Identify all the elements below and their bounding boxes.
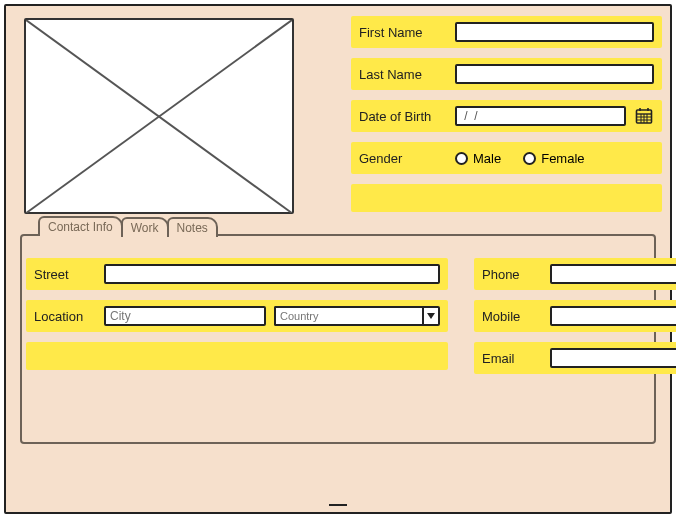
radio-icon [523, 152, 536, 165]
last-name-label: Last Name [359, 67, 447, 82]
profile-photo-placeholder[interactable] [24, 18, 294, 214]
contact-editor-window: Contact Info Work Notes Street [4, 4, 672, 514]
chevron-down-icon [427, 313, 435, 319]
location-label: Location [34, 309, 96, 324]
country-input[interactable] [274, 306, 422, 326]
last-name-input[interactable] [455, 64, 654, 84]
row-location: Location [26, 300, 448, 332]
mobile-label: Mobile [482, 309, 542, 324]
phone-label: Phone [482, 267, 542, 282]
tab-bar: Contact Info Work Notes [38, 216, 656, 236]
city-input[interactable] [104, 306, 266, 326]
row-last-name: Last Name [351, 58, 662, 90]
tab-work[interactable]: Work [121, 217, 169, 237]
row-mobile: Mobile [474, 300, 676, 332]
gender-female-radio[interactable]: Female [523, 151, 584, 166]
radio-label: Female [541, 151, 584, 166]
row-first-name: First Name [351, 16, 662, 48]
radio-label: Male [473, 151, 501, 166]
email-input[interactable] [550, 348, 676, 368]
gender-male-radio[interactable]: Male [455, 151, 501, 166]
tab-panel-contact: Street Location [20, 234, 656, 444]
tab-contact-info[interactable]: Contact Info [38, 216, 123, 236]
tab-label: Notes [177, 221, 208, 235]
street-input[interactable] [104, 264, 440, 284]
tab-label: Contact Info [48, 220, 113, 234]
column-divider-icon [329, 504, 347, 506]
country-dropdown-button[interactable] [422, 306, 440, 326]
row-blank-left [26, 342, 448, 370]
gender-label: Gender [359, 151, 447, 166]
tab-notes[interactable]: Notes [167, 217, 218, 237]
first-name-label: First Name [359, 25, 447, 40]
mobile-input[interactable] [550, 306, 676, 326]
phone-input[interactable] [550, 264, 676, 284]
tab-label: Work [131, 221, 159, 235]
street-label: Street [34, 267, 96, 282]
dob-input[interactable] [455, 106, 626, 126]
gender-radio-group: Male Female [455, 151, 654, 166]
dob-label: Date of Birth [359, 109, 447, 124]
row-street: Street [26, 258, 448, 290]
row-blank-right [351, 184, 662, 212]
country-select[interactable] [274, 306, 440, 326]
calendar-icon[interactable] [634, 106, 654, 126]
first-name-input[interactable] [455, 22, 654, 42]
row-dob: Date of Birth [351, 100, 662, 132]
left-column: Contact Info Work Notes Street [14, 14, 325, 504]
row-gender: Gender Male Female [351, 142, 662, 174]
radio-icon [455, 152, 468, 165]
row-phone: Phone [474, 258, 676, 290]
email-label: Email [482, 351, 542, 366]
row-email: Email [474, 342, 676, 374]
